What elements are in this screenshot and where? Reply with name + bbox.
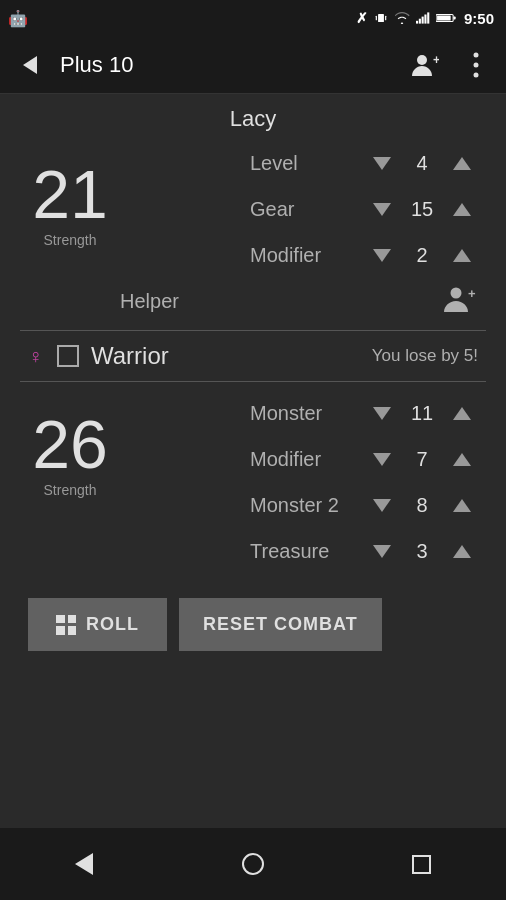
- monster-down-button[interactable]: [368, 399, 396, 427]
- monster2-row: Monster 2 8: [120, 482, 486, 528]
- nav-home-icon: [242, 853, 264, 875]
- back-arrow-icon: [23, 56, 37, 74]
- svg-rect-6: [424, 15, 426, 24]
- monster2-down-icon: [373, 499, 391, 512]
- svg-rect-1: [376, 16, 377, 21]
- treasure-label: Treasure: [250, 540, 329, 563]
- treasure-up-button[interactable]: [448, 537, 476, 565]
- monster2-down-button[interactable]: [368, 491, 396, 519]
- level-row: Level 4: [120, 140, 486, 186]
- monster-section: 26 Strength Monster 11 Modifier: [20, 390, 486, 574]
- svg-rect-0: [378, 14, 384, 22]
- monster2-controls: 8: [368, 491, 476, 519]
- level-label: Level: [250, 152, 298, 175]
- svg-rect-9: [437, 16, 451, 21]
- monster-modifier-up-icon: [453, 453, 471, 466]
- svg-point-14: [474, 62, 479, 67]
- level-up-icon: [453, 157, 471, 170]
- action-buttons-row: ROLL RESET COMBAT: [20, 598, 486, 651]
- battle-result: You lose by 5!: [372, 346, 478, 366]
- warrior-row: ♀ Warrior You lose by 5!: [20, 330, 486, 382]
- status-bar-left: 🤖: [8, 9, 28, 28]
- app-title: Plus 10: [60, 52, 402, 78]
- monster-up-icon: [453, 407, 471, 420]
- grid-cell-2: [68, 615, 77, 624]
- monster2-label: Monster 2: [250, 494, 339, 517]
- status-bar: 🤖 ✗ 9:50: [0, 0, 506, 36]
- monster2-up-button[interactable]: [448, 491, 476, 519]
- monster-strength-value: 26: [32, 410, 108, 478]
- monster-up-button[interactable]: [448, 399, 476, 427]
- monster-strength-display: 26 Strength: [20, 390, 120, 498]
- treasure-value: 3: [408, 540, 436, 563]
- vibrate-icon: [374, 11, 388, 25]
- gear-up-button[interactable]: [448, 195, 476, 223]
- nav-back-icon: [75, 853, 93, 875]
- bluetooth-icon: ✗: [356, 10, 368, 26]
- level-up-button[interactable]: [448, 149, 476, 177]
- grid-cell-4: [68, 626, 77, 635]
- player-strength-value: 21: [32, 160, 108, 228]
- reset-combat-button[interactable]: RESET COMBAT: [179, 598, 382, 651]
- player-modifier-down-button[interactable]: [368, 241, 396, 269]
- player-modifier-up-icon: [453, 249, 471, 262]
- monster2-value: 8: [408, 494, 436, 517]
- back-button[interactable]: [8, 43, 52, 87]
- female-gender-icon: ♀: [28, 345, 43, 368]
- overflow-menu-button[interactable]: [454, 43, 498, 87]
- player-strength-label: Strength: [44, 232, 97, 248]
- svg-rect-2: [385, 16, 386, 21]
- player-stats-column: Level 4 Gear 15: [120, 140, 486, 324]
- helper-add-button[interactable]: +: [440, 284, 476, 318]
- main-content: Lacy 21 Strength Level 4: [0, 94, 506, 663]
- helper-row: Helper +: [120, 278, 486, 324]
- monster-modifier-up-button[interactable]: [448, 445, 476, 473]
- android-icon: 🤖: [8, 9, 28, 28]
- monster-stats-column: Monster 11 Modifier: [120, 390, 486, 574]
- add-person-button[interactable]: +: [402, 43, 446, 87]
- level-down-button[interactable]: [368, 149, 396, 177]
- treasure-down-button[interactable]: [368, 537, 396, 565]
- grid-cell-1: [56, 615, 65, 624]
- svg-point-13: [474, 52, 479, 57]
- player-modifier-up-button[interactable]: [448, 241, 476, 269]
- monster-modifier-down-icon: [373, 453, 391, 466]
- nav-home-button[interactable]: [223, 834, 283, 894]
- svg-text:+: +: [468, 286, 476, 301]
- gear-label: Gear: [250, 198, 294, 221]
- monster-modifier-down-button[interactable]: [368, 445, 396, 473]
- svg-rect-4: [419, 19, 421, 24]
- player-section: 21 Strength Level 4 Gear: [20, 140, 486, 324]
- time-display: 9:50: [464, 10, 494, 27]
- monster-modifier-controls: 7: [368, 445, 476, 473]
- app-bar: Plus 10 +: [0, 36, 506, 94]
- status-bar-right: ✗ 9:50: [356, 10, 494, 27]
- treasure-controls: 3: [368, 537, 476, 565]
- monster2-up-icon: [453, 499, 471, 512]
- monster-modifier-row: Modifier 7: [120, 436, 486, 482]
- monster-modifier-label: Modifier: [250, 448, 321, 471]
- warrior-checkbox[interactable]: [57, 345, 79, 367]
- nav-back-button[interactable]: [54, 834, 114, 894]
- monster-label: Monster: [250, 402, 322, 425]
- svg-point-16: [451, 288, 462, 299]
- svg-point-15: [474, 72, 479, 77]
- add-person-icon: +: [409, 50, 439, 80]
- svg-rect-7: [427, 12, 429, 23]
- gear-row: Gear 15: [120, 186, 486, 232]
- svg-rect-3: [416, 21, 418, 24]
- treasure-down-icon: [373, 545, 391, 558]
- monster-value: 11: [408, 402, 436, 425]
- svg-point-11: [417, 55, 427, 65]
- treasure-up-icon: [453, 545, 471, 558]
- signal-icon: [416, 11, 430, 25]
- roll-button[interactable]: ROLL: [28, 598, 167, 651]
- roll-label: ROLL: [86, 614, 139, 635]
- gear-down-button[interactable]: [368, 195, 396, 223]
- nav-recents-button[interactable]: [392, 834, 452, 894]
- player-modifier-value: 2: [408, 244, 436, 267]
- player-modifier-label: Modifier: [250, 244, 321, 267]
- gear-controls: 15: [368, 195, 476, 223]
- monster-modifier-value: 7: [408, 448, 436, 471]
- battery-icon: [436, 12, 456, 24]
